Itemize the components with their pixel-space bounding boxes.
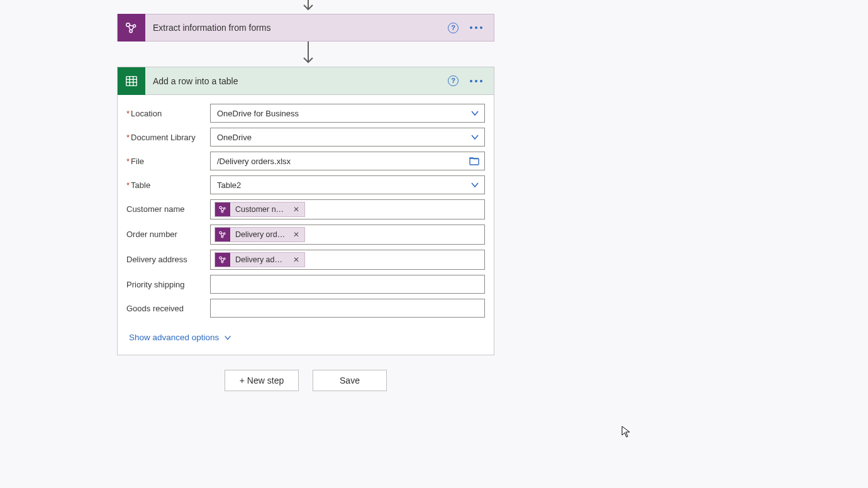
- svg-line-18: [221, 209, 222, 211]
- svg-point-14: [220, 206, 222, 209]
- svg-point-27: [224, 258, 226, 260]
- select-value: OneDrive for Business: [217, 109, 299, 118]
- step-add-row-into-table: Add a row into a table ? *Location OneDr…: [117, 67, 494, 355]
- field-customer-name: Customer name Customer nam... ✕: [126, 199, 485, 219]
- field-location: *Location OneDrive for Business: [126, 104, 485, 123]
- svg-rect-13: [470, 158, 479, 165]
- chevron-down-icon: [470, 109, 479, 118]
- step-menu-icon[interactable]: [470, 80, 482, 82]
- svg-rect-8: [126, 76, 137, 86]
- svg-point-21: [224, 233, 226, 235]
- field-priority-shipping: Priority shipping: [126, 275, 485, 294]
- svg-line-30: [221, 259, 222, 262]
- svg-line-24: [221, 234, 222, 236]
- svg-line-29: [221, 258, 224, 259]
- field-label: File: [131, 157, 144, 166]
- delivery-address-input[interactable]: Delivery addre... ✕: [210, 250, 485, 270]
- field-document-library: *Document Library OneDrive: [126, 128, 485, 147]
- field-order-number: Order number Delivery order ... ✕: [126, 225, 485, 245]
- link-label: Show advanced options: [129, 333, 219, 342]
- field-label: Customer name: [126, 204, 184, 214]
- dynamic-token[interactable]: Delivery order ... ✕: [214, 227, 305, 242]
- field-file: *File /Delivery orders.xlsx: [126, 152, 485, 170]
- step-extract-information[interactable]: Extract information from forms ?: [117, 14, 494, 42]
- goods-received-input[interactable]: [210, 299, 485, 318]
- svg-point-26: [220, 257, 222, 259]
- svg-line-5: [128, 26, 130, 30]
- svg-line-4: [130, 25, 133, 26]
- file-value: /Delivery orders.xlsx: [217, 157, 291, 166]
- token-remove-icon[interactable]: ✕: [291, 255, 304, 264]
- show-advanced-options-link[interactable]: Show advanced options: [129, 333, 231, 342]
- svg-line-25: [223, 234, 224, 236]
- folder-picker-icon[interactable]: [469, 157, 479, 165]
- file-input[interactable]: /Delivery orders.xlsx: [210, 152, 485, 170]
- svg-line-19: [223, 209, 224, 211]
- svg-line-6: [131, 27, 133, 30]
- chevron-down-icon: [470, 180, 479, 189]
- field-label: Order number: [126, 230, 177, 239]
- step-header[interactable]: Add a row into a table ?: [118, 67, 494, 95]
- field-label: Table: [131, 180, 150, 190]
- svg-line-31: [223, 259, 224, 261]
- svg-point-20: [220, 231, 222, 234]
- select-value: Table2: [217, 180, 241, 190]
- button-label: Save: [340, 375, 360, 385]
- help-icon[interactable]: ?: [448, 75, 459, 86]
- field-delivery-address: Delivery address Delivery addre... ✕: [126, 250, 485, 270]
- priority-shipping-input[interactable]: [210, 275, 485, 294]
- field-label: Location: [131, 109, 162, 118]
- token-label: Delivery addre...: [230, 255, 291, 264]
- field-goods-received: Goods received: [126, 299, 485, 318]
- save-button[interactable]: Save: [313, 370, 387, 391]
- customer-name-input[interactable]: Customer nam... ✕: [210, 199, 485, 219]
- ai-builder-icon: [215, 227, 230, 242]
- excel-icon: [118, 67, 145, 95]
- svg-point-15: [224, 208, 226, 209]
- field-label: Delivery address: [126, 255, 187, 264]
- token-label: Delivery order ...: [230, 230, 291, 239]
- dynamic-token[interactable]: Delivery addre... ✕: [214, 252, 305, 267]
- document-library-select[interactable]: OneDrive: [210, 128, 485, 147]
- chevron-down-icon: [224, 334, 231, 341]
- field-label: Goods received: [126, 304, 184, 313]
- token-label: Customer nam...: [230, 205, 291, 214]
- table-select[interactable]: Table2: [210, 175, 485, 194]
- token-remove-icon[interactable]: ✕: [291, 230, 304, 239]
- location-select[interactable]: OneDrive for Business: [210, 104, 485, 123]
- help-icon[interactable]: ?: [448, 23, 459, 33]
- ai-builder-icon: [118, 14, 145, 42]
- field-label: Document Library: [131, 133, 196, 142]
- svg-line-23: [221, 233, 224, 234]
- flow-arrow-2: [302, 42, 314, 67]
- ai-builder-icon: [215, 202, 230, 217]
- dynamic-token[interactable]: Customer nam... ✕: [214, 202, 305, 217]
- step-title: Add a row into a table: [145, 76, 448, 86]
- token-remove-icon[interactable]: ✕: [291, 205, 304, 214]
- svg-point-2: [133, 25, 136, 27]
- new-step-button[interactable]: + New step: [225, 370, 299, 391]
- field-table: *Table Table2: [126, 175, 485, 194]
- chevron-down-icon: [470, 133, 479, 141]
- svg-line-17: [221, 208, 224, 209]
- order-number-input[interactable]: Delivery order ... ✕: [210, 225, 485, 245]
- field-label: Priority shipping: [126, 280, 185, 289]
- select-value: OneDrive: [217, 133, 252, 142]
- step-menu-icon[interactable]: [470, 26, 482, 29]
- flow-arrow-1: [302, 0, 314, 14]
- button-label: + New step: [240, 375, 284, 385]
- ai-builder-icon: [215, 252, 230, 267]
- mouse-cursor-icon: [621, 426, 632, 438]
- svg-point-1: [126, 23, 130, 27]
- step-title: Extract information from forms: [145, 23, 448, 33]
